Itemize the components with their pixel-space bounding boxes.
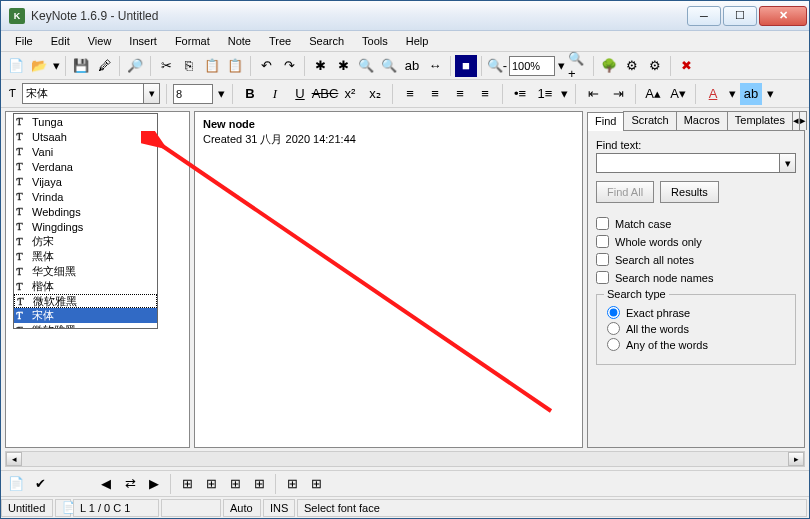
maximize-button[interactable]: ☐ <box>723 6 757 26</box>
style2-icon[interactable]: ✱ <box>332 55 354 77</box>
goto-icon[interactable]: ↔ <box>424 55 446 77</box>
outdent-icon[interactable]: ⇤ <box>582 83 604 105</box>
font-option[interactable]: ƬVrinda <box>14 189 157 204</box>
zoom-in-icon[interactable]: 🔍+ <box>567 55 589 77</box>
tree-icon[interactable]: 🌳 <box>598 55 620 77</box>
paste-special-icon[interactable]: 📋 <box>224 55 246 77</box>
indent-icon[interactable]: ⇥ <box>607 83 629 105</box>
undo-icon[interactable]: ↶ <box>255 55 277 77</box>
font-color-dropdown-icon[interactable]: ▾ <box>727 83 737 105</box>
toggle-icon[interactable]: ⇄ <box>119 473 141 495</box>
find-text-input[interactable]: ▾ <box>596 153 796 173</box>
menu-search[interactable]: Search <box>301 33 352 49</box>
copy-icon[interactable]: ⎘ <box>178 55 200 77</box>
close-button[interactable]: ✕ <box>759 6 807 26</box>
font-size-dropdown-icon[interactable]: ▾ <box>216 83 226 105</box>
next-icon[interactable]: ▶ <box>143 473 165 495</box>
check-icon[interactable]: ✔ <box>29 473 51 495</box>
highlight-dropdown-icon[interactable]: ▾ <box>765 83 775 105</box>
search-node-names-checkbox[interactable] <box>596 271 609 284</box>
tabs-scroll-right-icon[interactable]: ▸ <box>799 111 807 130</box>
menu-insert[interactable]: Insert <box>121 33 165 49</box>
font-option[interactable]: Ƭ仿宋 <box>14 234 157 249</box>
cut-icon[interactable]: ✂ <box>155 55 177 77</box>
horizontal-scrollbar[interactable]: ◂ ▸ <box>5 451 805 467</box>
italic-icon[interactable]: I <box>264 83 286 105</box>
replace-icon[interactable]: ab <box>401 55 423 77</box>
menu-file[interactable]: File <box>7 33 41 49</box>
edit-icon[interactable]: 🖉 <box>93 55 115 77</box>
subscript-icon[interactable]: x₂ <box>364 83 386 105</box>
open-dropdown-icon[interactable]: ▾ <box>51 55 61 77</box>
editor[interactable]: New node Created 31 八月 2020 14:21:44 <box>194 111 583 448</box>
outline5-icon[interactable]: ⊞ <box>281 473 303 495</box>
font-option[interactable]: Ƭ黑体 <box>14 249 157 264</box>
menu-view[interactable]: View <box>80 33 120 49</box>
font-option[interactable]: ƬTunga <box>14 114 157 129</box>
minimize-button[interactable]: ─ <box>687 6 721 26</box>
all-words-radio[interactable] <box>607 322 620 335</box>
align-right-icon[interactable]: ≡ <box>449 83 471 105</box>
search-all-notes-checkbox[interactable] <box>596 253 609 266</box>
outline3-icon[interactable]: ⊞ <box>224 473 246 495</box>
outline2-icon[interactable]: ⊞ <box>200 473 222 495</box>
scroll-right-icon[interactable]: ▸ <box>788 452 804 466</box>
any-words-radio[interactable] <box>607 338 620 351</box>
delete-icon[interactable]: ✖ <box>675 55 697 77</box>
menu-note[interactable]: Note <box>220 33 259 49</box>
font-option[interactable]: ƬVerdana <box>14 159 157 174</box>
find-all-button[interactable]: Find All <box>596 181 654 203</box>
color-swatch-icon[interactable]: ■ <box>455 55 477 77</box>
font-name-combo[interactable]: 宋体 ▾ <box>22 83 160 104</box>
font-option[interactable]: Ƭ微软雅黑 <box>14 323 157 328</box>
font-option[interactable]: Ƭ宋体 <box>14 308 157 323</box>
font-color-icon[interactable]: A <box>702 83 724 105</box>
numbering-icon[interactable]: 1≡ <box>534 83 556 105</box>
find-icon[interactable]: 🔎 <box>124 55 146 77</box>
superscript-icon[interactable]: x² <box>339 83 361 105</box>
save-icon[interactable]: 💾 <box>70 55 92 77</box>
tab-macros[interactable]: Macros <box>676 111 728 130</box>
menu-edit[interactable]: Edit <box>43 33 78 49</box>
font-grow-icon[interactable]: A▴ <box>642 83 664 105</box>
redo-icon[interactable]: ↷ <box>278 55 300 77</box>
zoom-dropdown-icon[interactable]: ▾ <box>556 55 566 77</box>
align-justify-icon[interactable]: ≡ <box>474 83 496 105</box>
font-option[interactable]: ƬVijaya <box>14 174 157 189</box>
scroll-left-icon[interactable]: ◂ <box>6 452 22 466</box>
bold-icon[interactable]: B <box>239 83 261 105</box>
outline6-icon[interactable]: ⊞ <box>305 473 327 495</box>
font-option[interactable]: ƬUtsaah <box>14 129 157 144</box>
whole-words-checkbox[interactable] <box>596 235 609 248</box>
exact-phrase-radio[interactable] <box>607 306 620 319</box>
note-icon[interactable]: 📄 <box>5 473 27 495</box>
tab-find[interactable]: Find <box>587 112 624 131</box>
outline1-icon[interactable]: ⊞ <box>176 473 198 495</box>
highlight-icon[interactable]: ab <box>740 83 762 105</box>
menu-tree[interactable]: Tree <box>261 33 299 49</box>
font-option[interactable]: Ƭ楷体 <box>14 279 157 294</box>
paste-icon[interactable]: 📋 <box>201 55 223 77</box>
chevron-down-icon[interactable]: ▾ <box>779 154 795 172</box>
font-option[interactable]: ƬWebdings <box>14 204 157 219</box>
underline-icon[interactable]: U <box>289 83 311 105</box>
font-option[interactable]: Ƭ华文细黑 <box>14 264 157 279</box>
outline4-icon[interactable]: ⊞ <box>248 473 270 495</box>
menu-help[interactable]: Help <box>398 33 437 49</box>
font-option[interactable]: ƬWingdings <box>14 219 157 234</box>
prev-icon[interactable]: ◀ <box>95 473 117 495</box>
font-shrink-icon[interactable]: A▾ <box>667 83 689 105</box>
numbering-dropdown-icon[interactable]: ▾ <box>559 83 569 105</box>
find-next-icon[interactable]: 🔍 <box>378 55 400 77</box>
open-icon[interactable]: 📂 <box>28 55 50 77</box>
align-left-icon[interactable]: ≡ <box>399 83 421 105</box>
font-size-combo[interactable] <box>173 84 213 104</box>
find-text-icon[interactable]: 🔍 <box>355 55 377 77</box>
zoom-out-icon[interactable]: 🔍- <box>486 55 508 77</box>
tab-templates[interactable]: Templates <box>727 111 793 130</box>
bullets-icon[interactable]: •≡ <box>509 83 531 105</box>
style1-icon[interactable]: ✱ <box>309 55 331 77</box>
new-icon[interactable]: 📄 <box>5 55 27 77</box>
menu-tools[interactable]: Tools <box>354 33 396 49</box>
font-option[interactable]: Ƭ微软雅黑 <box>14 294 157 308</box>
